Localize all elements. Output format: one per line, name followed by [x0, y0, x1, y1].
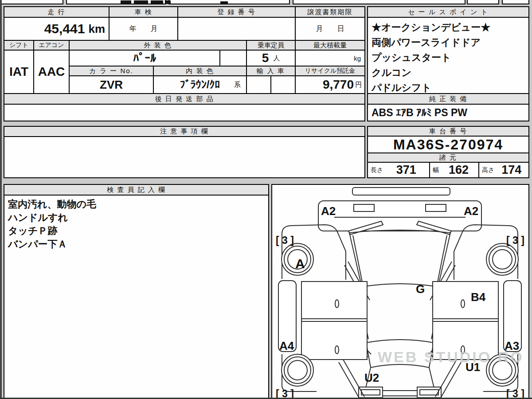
capacity-unit: 人 — [273, 54, 280, 63]
max-load-value: kg — [295, 50, 365, 66]
sales-points-header: セ ー ル ス ポ イ ン ト — [367, 6, 529, 18]
sales-point-line: 両側パワースライドドア — [372, 35, 525, 50]
cropped-row-cell — [168, 0, 290, 4]
cropped-text-fragment — [151, 0, 163, 4]
damage-label-a3-rocker: A3 — [505, 339, 519, 352]
interior-color-value: ﾌﾞﾗｳﾝ/ｸﾛ 系 — [153, 75, 247, 94]
inspector-note-line: 室内汚れ、動物の毛 — [8, 198, 265, 211]
damage-label-a2-left: A2 — [321, 204, 336, 218]
import-cell-2 — [270, 75, 296, 94]
chassis-value: MA36S-270974 — [367, 136, 529, 153]
inspector-note-line: タッチＰ跡 — [8, 224, 265, 238]
height-value: 174 — [494, 163, 528, 177]
width-label: 幅 — [430, 166, 439, 174]
transfer-docs-value: 月 日 — [295, 17, 365, 41]
cropped-text-fragment — [121, 0, 131, 4]
wheel-front-right — [486, 243, 518, 275]
cropped-text-fragment — [220, 1, 228, 4]
windshield-inner — [353, 235, 447, 284]
exterior-color-header: 外 装 色 — [69, 40, 247, 51]
factory-equipment-header: 純 正 装 備 — [367, 93, 529, 105]
damage-label-u1: U1 — [466, 360, 480, 374]
sales-point-line: クルコン — [372, 65, 525, 80]
shaken-value: 年 月 — [109, 17, 178, 41]
length-value: 371 — [383, 163, 429, 177]
capacity-number: 5 — [262, 51, 269, 65]
cropped-text-fragment — [134, 0, 148, 4]
later-parts-value — [4, 104, 365, 121]
recycle-unit: 円 — [355, 81, 362, 89]
sales-point-line: ★オークションデビュー★ — [372, 20, 525, 35]
cropped-row-cell — [1, 0, 63, 4]
exterior-color-value: ﾊﾟｰﾙ — [69, 50, 220, 66]
mileage-unit: km — [88, 22, 105, 36]
car-diagram: WEB STUDIO RO A2 A2 [ 3 ] [ 3 ] A G B4 A… — [272, 185, 528, 398]
import-cell-1 — [246, 75, 271, 94]
notes-header: 注 意 事 項 欄 — [4, 126, 365, 137]
width-cell: 幅 162 — [429, 162, 479, 178]
auction-sheet: 走 行 車 検 登 録 番 号 譲渡書類期限 45,441 km 年 月 月 日… — [0, 0, 532, 399]
windshield — [349, 230, 450, 287]
inspector-notes-header: 検 査 員 記 入 欄 — [4, 184, 269, 196]
shift-header: シフト — [4, 40, 34, 51]
length-label: 長さ — [368, 166, 383, 174]
dimensions-header: 諸 元 — [367, 153, 529, 163]
rear-panel-bar — [383, 391, 417, 396]
factory-equipment-value: ABS ｴｱB ｱﾙﾐ PS PW — [367, 104, 529, 121]
corner-rear-right: [ 3 ] — [506, 388, 524, 398]
capacity-header: 乗車定員 — [246, 40, 296, 51]
mileage-header: 走 行 — [4, 6, 110, 18]
shift-value: IAT — [4, 50, 34, 94]
car-diagram-box: WEB STUDIO RO A2 A2 [ 3 ] [ 3 ] A G B4 A… — [271, 184, 529, 399]
import-header: 輸 入 車 — [246, 66, 296, 76]
max-load-header: 最大積載量 — [295, 40, 365, 51]
inspector-note-line: ハンドルすれ — [8, 211, 265, 224]
mileage-number: 45,441 — [44, 21, 85, 36]
later-parts-header: 後 日 発 送 部 品 — [4, 93, 365, 105]
damage-label-u2: U2 — [364, 371, 379, 384]
sales-point-line: プッシュスタート — [372, 50, 525, 65]
width-value: 162 — [439, 163, 478, 177]
cropped-row-cell — [293, 0, 466, 4]
length-cell: 長さ 371 — [367, 162, 430, 178]
rear-glass-top — [366, 340, 434, 343]
notes-body — [4, 136, 365, 178]
registration-header: 登 録 番 号 — [177, 6, 296, 18]
inspector-notes-body: 室内汚れ、動物の毛 ハンドルすれ タッチＰ跡 バンパー下Ａ — [4, 195, 269, 399]
interior-color-header: 内 装 色 — [153, 66, 247, 76]
registration-value — [177, 17, 296, 41]
doors-left — [301, 282, 367, 360]
chassis-header: 車 台 番 号 — [367, 126, 529, 137]
height-cell: 高さ 174 — [478, 162, 529, 178]
left-crop-edge — [0, 0, 2, 399]
recycle-number: 9,770 — [323, 78, 354, 92]
aircon-header: エアコン — [33, 40, 70, 51]
recycle-value: 9,770 円 — [295, 75, 365, 94]
doors-right — [433, 282, 498, 360]
damage-label-a4-rocker: A4 — [279, 339, 294, 352]
front-bumper — [318, 201, 481, 231]
shaken-header: 車 検 — [109, 6, 178, 18]
recycle-header: リサイクル預託金 — [295, 66, 365, 76]
color-no-header: カ ラ ー No. — [69, 66, 154, 76]
corner-rear-left: [ 3 ] — [276, 388, 294, 398]
interior-color-text: ﾌﾞﾗｳﾝ/ｸﾛ — [180, 78, 220, 91]
wheel-rear-left — [282, 354, 313, 386]
cropped-text-fragment — [165, 0, 171, 4]
damage-label-a2-right: A2 — [464, 204, 478, 218]
damage-label-b4-door: B4 — [471, 290, 486, 304]
transfer-docs-header: 譲渡書類期限 — [295, 6, 365, 18]
interior-color-suffix: 系 — [234, 81, 241, 89]
capacity-value: 5 人 — [246, 50, 296, 66]
watermark-text: WEB STUDIO RO — [378, 348, 524, 365]
corner-front-left: [ 3 ] — [276, 235, 294, 246]
color-no-value: ZVR — [69, 75, 154, 94]
inspector-note-line: バンパー下Ａ — [8, 238, 265, 251]
cropped-row-cell — [502, 0, 529, 4]
sales-points-body: ★オークションデビュー★ 両側パワースライドドア プッシュスタート クルコン パ… — [367, 17, 529, 94]
mileage-value: 45,441 km — [4, 17, 110, 41]
damage-label-a-wheel: A — [295, 256, 305, 271]
corner-front-right: [ 3 ] — [506, 235, 524, 246]
cropped-row-cell — [467, 0, 499, 4]
exterior-color-extra-cell — [219, 50, 247, 66]
